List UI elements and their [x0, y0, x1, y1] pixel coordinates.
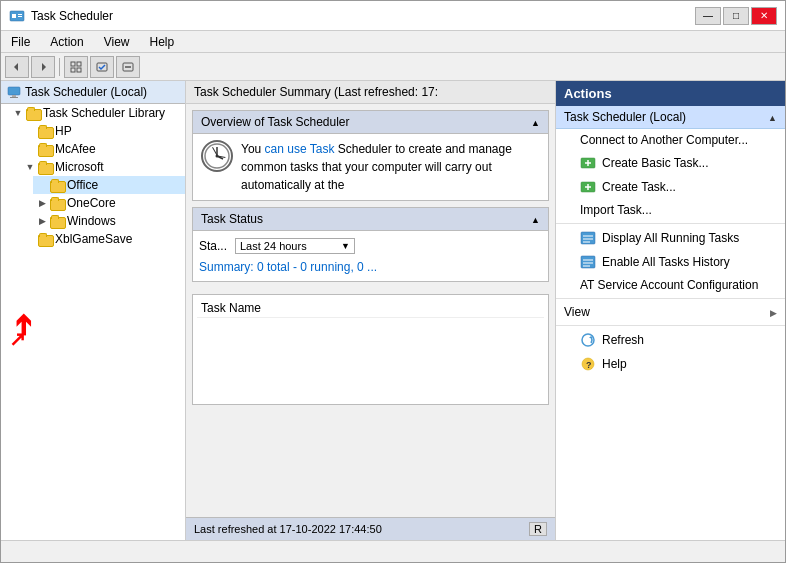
toolbar-btn-minus[interactable] — [116, 56, 140, 78]
tree-label-mcafee: McAfee — [55, 142, 96, 156]
tree-item-windows[interactable]: ▶ Windows — [33, 212, 185, 230]
divider-2 — [556, 298, 785, 299]
right-panel: Actions Task Scheduler (Local) Connect t… — [555, 81, 785, 540]
expand-arrow-microsoft: ▼ — [25, 162, 35, 172]
app-icon — [9, 8, 25, 24]
action-display-running[interactable]: Display All Running Tasks — [556, 226, 785, 250]
toolbar-btn-check[interactable] — [90, 56, 114, 78]
menu-help[interactable]: Help — [144, 33, 181, 51]
action-create-task[interactable]: Create Task... — [556, 175, 785, 199]
clock-svg — [203, 142, 231, 170]
action-at-service-label: AT Service Account Configuration — [580, 278, 758, 292]
folder-icon-windows — [50, 215, 64, 227]
svg-rect-15 — [10, 97, 18, 98]
dropdown-arrow-icon: ▼ — [341, 241, 350, 251]
status-filter-row: Sta... Last 24 hours ▼ — [199, 235, 542, 257]
folder-icon-library — [26, 107, 40, 119]
action-display-running-label: Display All Running Tasks — [602, 231, 739, 245]
svg-rect-6 — [71, 62, 75, 66]
window-title: Task Scheduler — [31, 9, 113, 23]
status-dropdown[interactable]: Last 24 hours ▼ — [235, 238, 355, 254]
svg-rect-3 — [18, 16, 22, 17]
subheader-collapse-icon — [768, 110, 777, 124]
menu-file[interactable]: File — [5, 33, 36, 51]
action-help[interactable]: ? Help — [556, 352, 785, 376]
menu-view[interactable]: View — [98, 33, 136, 51]
action-basic-task-label: Create Basic Task... — [602, 156, 709, 170]
task-status-content: Sta... Last 24 hours ▼ Summary: 0 total … — [192, 230, 549, 282]
svg-rect-13 — [8, 87, 20, 95]
menu-bar: File Action View Help — [1, 31, 785, 53]
refresh-button[interactable]: R — [529, 522, 547, 536]
action-import[interactable]: Import Task... — [556, 199, 785, 221]
overview-section: Overview of Task Scheduler You can use T — [192, 110, 549, 201]
toolbar-separator — [59, 58, 60, 76]
minimize-button[interactable]: — — [695, 7, 721, 25]
help-icon: ? — [580, 356, 596, 372]
tree-item-microsoft[interactable]: ▼ Microsoft — [21, 158, 185, 176]
action-connect-label: Connect to Another Computer... — [580, 133, 748, 147]
middle-panel: Task Scheduler Summary (Last refreshed: … — [186, 81, 555, 540]
tree-item-library[interactable]: ▼ Task Scheduler Library — [9, 104, 185, 122]
forward-button[interactable] — [31, 56, 55, 78]
maximize-button[interactable]: □ — [723, 7, 749, 25]
tree-item-mcafee[interactable]: McAfee — [21, 140, 185, 158]
actions-subheader-label: Task Scheduler (Local) — [564, 110, 686, 124]
overview-content: You can use Task Scheduler to create and… — [193, 134, 548, 200]
action-help-label: Help — [602, 357, 627, 371]
svg-rect-7 — [77, 62, 81, 66]
action-at-service[interactable]: AT Service Account Configuration — [556, 274, 785, 296]
last-refreshed-text: Last refreshed at 17-10-2022 17:44:50 — [194, 523, 382, 535]
tree-item-hp[interactable]: HP — [21, 122, 185, 140]
toolbar — [1, 53, 785, 81]
tree-label-microsoft: Microsoft — [55, 160, 104, 174]
tree-root[interactable]: Task Scheduler (Local) — [1, 81, 185, 104]
tree-label-office: Office — [67, 178, 98, 192]
svg-point-19 — [216, 155, 219, 158]
tree-label-hp: HP — [55, 124, 72, 138]
left-panel: Task Scheduler (Local) ▼ Task Scheduler … — [1, 81, 186, 540]
task-status-header[interactable]: Task Status — [192, 207, 549, 230]
expand-arrow-windows: ▶ — [37, 216, 47, 226]
toolbar-btn-grid[interactable] — [64, 56, 88, 78]
tree-label-windows: Windows — [67, 214, 116, 228]
close-button[interactable]: ✕ — [751, 7, 777, 25]
expand-arrow-onecore: ▶ — [37, 198, 47, 208]
overview-header[interactable]: Overview of Task Scheduler — [193, 111, 548, 134]
folder-icon-xblgamesave — [38, 233, 52, 245]
task-status-toggle-icon[interactable] — [531, 212, 540, 226]
action-basic-task[interactable]: Create Basic Task... — [556, 151, 785, 175]
main-window: Task Scheduler — □ ✕ File Action View He… — [0, 0, 786, 563]
action-enable-history-label: Enable All Tasks History — [602, 255, 730, 269]
actions-header: Actions — [556, 81, 785, 106]
view-submenu-icon — [770, 305, 777, 319]
folder-icon-onecore — [50, 197, 64, 209]
action-view[interactable]: View — [556, 301, 785, 323]
create-task-icon — [580, 179, 596, 195]
bottom-refresh-bar: Last refreshed at 17-10-2022 17:44:50 R — [186, 517, 555, 540]
svg-rect-8 — [71, 68, 75, 72]
action-connect[interactable]: Connect to Another Computer... — [556, 129, 785, 151]
overview-toggle-icon[interactable] — [531, 115, 540, 129]
folder-icon-office — [50, 179, 64, 191]
summary-text: Summary: 0 total - 0 running, 0 ... — [199, 257, 542, 277]
annotation-arrow: ➔ — [6, 314, 39, 337]
action-view-label: View — [564, 305, 590, 319]
menu-action[interactable]: Action — [44, 33, 89, 51]
expand-arrow-hp — [25, 126, 35, 136]
action-enable-history[interactable]: Enable All Tasks History — [556, 250, 785, 274]
expand-arrow-xblgamesave — [25, 234, 35, 244]
tree-item-onecore[interactable]: ▶ OneCore — [33, 194, 185, 212]
actions-subheader[interactable]: Task Scheduler (Local) — [556, 106, 785, 129]
action-create-task-label: Create Task... — [602, 180, 676, 194]
summary-header-text: Task Scheduler Summary (Last refreshed: … — [194, 85, 438, 99]
create-basic-task-icon — [580, 155, 596, 171]
tree-item-xblgamesave[interactable]: XblGameSave — [21, 230, 185, 248]
back-button[interactable] — [5, 56, 29, 78]
tree-item-office[interactable]: Office — [33, 176, 185, 194]
svg-marker-4 — [14, 63, 18, 71]
action-refresh[interactable]: Refresh — [556, 328, 785, 352]
computer-icon — [7, 85, 21, 99]
task-name-header: Task Name — [197, 299, 544, 318]
tree-label-xblgamesave: XblGameSave — [55, 232, 132, 246]
